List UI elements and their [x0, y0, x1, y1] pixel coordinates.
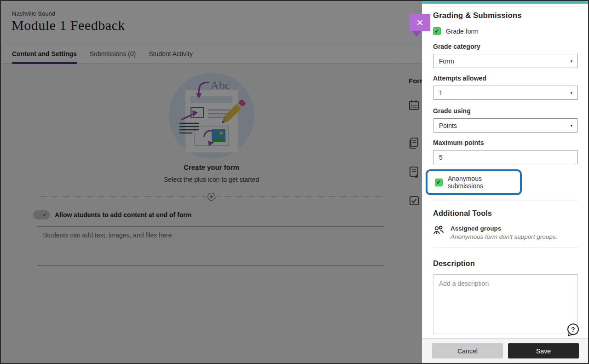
grade-form-row: ✓ Grade form: [433, 27, 578, 35]
help-icon[interactable]: ?: [566, 323, 580, 337]
chevron-down-icon: ▾: [570, 59, 572, 64]
description-textarea[interactable]: Add a description: [433, 274, 578, 334]
panel-heading: Grading & Submissions: [433, 11, 578, 20]
attempts-allowed-select[interactable]: 1 ▾: [433, 86, 578, 100]
maximum-points-label: Maximum points: [433, 139, 578, 146]
svg-text:?: ?: [571, 326, 575, 333]
grade-using-label: Grade using: [433, 107, 578, 115]
app-window: Nashville Sound Module 1 Feedback Conten…: [0, 0, 589, 364]
additional-tools-heading: Additional Tools: [433, 209, 578, 218]
modal-dim-overlay[interactable]: [1, 1, 422, 364]
anonymous-submissions-label: Anonymous submissions: [448, 175, 514, 190]
assigned-groups-label: Assigned groups: [450, 225, 557, 232]
check-icon: ✓: [436, 179, 441, 185]
grade-category-select[interactable]: Form ▾: [433, 54, 578, 68]
panel-body: Grading & Submissions ✓ Grade form Grade…: [422, 4, 589, 338]
chevron-down-icon: ▾: [570, 91, 572, 95]
anonymous-submissions-row: ✓ Anonymous submissions: [435, 175, 514, 190]
cancel-button[interactable]: Cancel: [432, 343, 503, 358]
grade-using-select[interactable]: Points ▾: [433, 118, 578, 133]
assigned-groups-note: Anonymous form don't support groups.: [450, 233, 557, 240]
settings-panel: Grading & Submissions ✓ Grade form Grade…: [422, 1, 589, 363]
save-button[interactable]: Save: [508, 343, 579, 358]
chevron-down-icon: ▾: [570, 123, 572, 128]
grade-form-label: Grade form: [446, 28, 479, 35]
close-button-fold: [412, 31, 421, 37]
check-icon: ✓: [434, 29, 439, 34]
anonymous-submissions-highlight: ✓ Anonymous submissions: [426, 169, 522, 195]
panel-close-button[interactable]: ✕: [410, 14, 430, 31]
description-heading: Description: [433, 259, 578, 268]
grade-using-value: Points: [439, 122, 457, 129]
grade-category-label: Grade category: [433, 43, 578, 50]
maximum-points-input[interactable]: 5: [433, 150, 578, 164]
attempts-allowed-label: Attempts allowed: [433, 75, 578, 82]
panel-footer: Cancel Save: [422, 338, 589, 363]
grade-form-checkbox[interactable]: ✓: [433, 27, 441, 35]
grade-category-value: Form: [439, 58, 454, 65]
assigned-groups-row[interactable]: Assigned groups Anonymous form don't sup…: [433, 225, 578, 240]
anonymous-submissions-checkbox[interactable]: ✓: [435, 179, 443, 186]
attempts-allowed-value: 1: [439, 89, 443, 97]
close-icon: ✕: [416, 18, 424, 27]
groups-icon: [433, 225, 444, 237]
